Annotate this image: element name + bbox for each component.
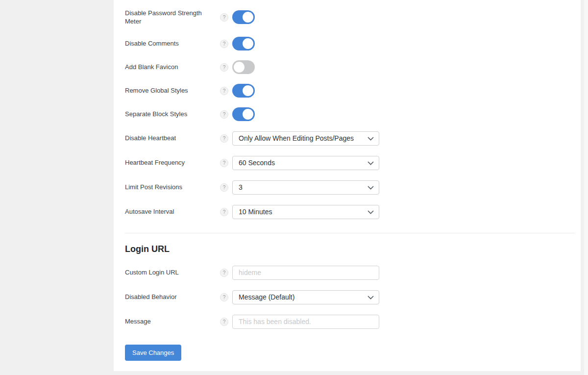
help-icon[interactable]: ? [220,293,228,301]
help-icon[interactable]: ? [220,159,228,167]
toggle-knob [243,85,253,96]
help-icon[interactable]: ? [220,63,228,72]
setting-label-add-blank-favicon: Add Blank Favicon [125,63,220,71]
settings-row: Add Blank Favicon ? [125,55,575,79]
toggle-remove-global-styles[interactable] [232,84,255,98]
setting-label-autosave-interval: Autosave Interval [125,207,220,216]
select-heartbeat-frequency[interactable]: 60 Seconds [232,156,379,170]
chevron-down-icon [368,210,374,214]
setting-label-disabled-behavior: Disabled Behavior [125,293,220,301]
settings-row: Custom Login URL ? [125,260,575,285]
help-icon[interactable]: ? [220,13,228,22]
chevron-down-icon [368,296,374,300]
setting-label-separate-block-styles: Separate Block Styles [125,110,220,118]
setting-label-disable-comments: Disable Comments [125,39,220,48]
settings-row: Disable Comments ? [125,32,575,55]
help-icon[interactable]: ? [220,134,228,143]
login-url-section-heading: Login URL [125,243,575,255]
help-icon[interactable]: ? [220,269,228,277]
chevron-down-icon [368,186,374,190]
toggle-disable-comments[interactable] [232,37,255,50]
select-autosave-interval[interactable]: 10 Minutes [232,205,379,219]
setting-label-remove-global-styles: Remove Global Styles [125,86,220,95]
select-limit-post-revisions[interactable]: 3 [232,180,379,195]
select-value: Only Allow When Editing Posts/Pages [239,134,354,142]
settings-row: Remove Global Styles ? [125,79,575,102]
setting-label-custom-login-url: Custom Login URL [125,268,220,276]
settings-row: Message ? [125,309,575,334]
help-icon[interactable]: ? [220,318,228,326]
setting-label-disable-heartbeat: Disable Heartbeat [125,134,220,142]
setting-label-limit-post-revisions: Limit Post Revisions [125,183,220,191]
toggle-add-blank-favicon[interactable] [232,60,255,74]
settings-row: Autosave Interval ? 10 Minutes [125,200,575,224]
section-divider [125,233,575,233]
settings-row: Separate Block Styles ? [125,102,575,126]
help-icon[interactable]: ? [220,110,228,119]
settings-row: Heartbeat Frequency ? 60 Seconds [125,150,575,175]
settings-row: Disable Heartbeat ? Only Allow When Edit… [125,126,575,150]
settings-row: Disable Password Strength Meter ? [125,2,575,32]
help-icon[interactable]: ? [220,208,228,216]
settings-row: Limit Post Revisions ? 3 [125,175,575,200]
toggle-knob [234,62,245,73]
select-value: 3 [239,183,243,191]
select-value: 60 Seconds [239,159,275,167]
toggle-disable-password-strength-meter[interactable] [232,10,255,24]
custom-login-url-input[interactable] [232,266,379,280]
chevron-down-icon [368,137,374,141]
chevron-down-icon [368,161,374,165]
toggle-knob [243,38,253,49]
setting-label-disable-password-strength-meter: Disable Password Strength Meter [125,9,220,25]
scrollbar-track[interactable] [584,0,588,375]
help-icon[interactable]: ? [220,183,228,192]
select-value: Message (Default) [239,293,294,301]
save-changes-button[interactable]: Save Changes [125,345,181,361]
select-disable-heartbeat[interactable]: Only Allow When Editing Posts/Pages [232,131,379,146]
toggle-knob [243,109,253,120]
select-value: 10 Minutes [239,208,272,216]
select-disabled-behavior[interactable]: Message (Default) [232,290,379,304]
setting-label-heartbeat-frequency: Heartbeat Frequency [125,158,220,167]
toggle-knob [243,12,253,23]
help-icon[interactable]: ? [220,87,228,95]
toggle-separate-block-styles[interactable] [232,107,255,121]
message-input[interactable] [232,315,379,329]
settings-row: Disabled Behavior ? Message (Default) [125,285,575,309]
help-icon[interactable]: ? [220,40,228,48]
setting-label-message: Message [125,317,220,325]
settings-content-panel: Disable Password Strength Meter ? Disabl… [114,0,581,371]
